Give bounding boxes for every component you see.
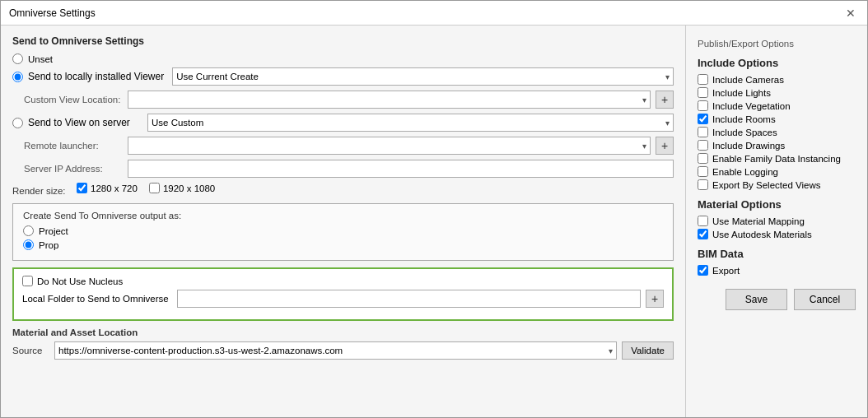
source-select-wrapper: https://omniverse-content-production.s3-… [54, 341, 617, 360]
custom-view-row: Custom View Location: + [12, 91, 674, 109]
render-size-row: Render size: 1280 x 720 1920 x 1080 [12, 183, 674, 198]
use-autodesk-materials-label: Use Autodesk Materials [712, 230, 812, 239]
custom-view-plus-button[interactable]: + [656, 91, 674, 109]
do-not-use-nucleus-row: Do Not Use Nucleus [22, 276, 664, 286]
enable-family-data-row: Enable Family Data Instancing [698, 153, 856, 164]
render-1920-label: 1920 x 1080 [163, 183, 215, 193]
use-material-mapping-checkbox[interactable] [698, 216, 708, 226]
send-local-radio[interactable] [12, 72, 23, 82]
include-lights-label: Include Lights [712, 88, 771, 98]
render-1280-label: 1280 x 720 [91, 183, 138, 193]
output-box: Create Send To Omniverse output as: Proj… [12, 203, 674, 261]
bim-export-row: Export [698, 265, 856, 276]
output-project-radio[interactable] [23, 225, 34, 236]
validate-button[interactable]: Validate [622, 341, 674, 360]
source-label: Source [12, 346, 49, 355]
material-asset-title: Material and Asset Location [12, 327, 674, 337]
server-ip-row: Server IP Address: [12, 160, 674, 178]
enable-logging-row: Enable Logging [698, 166, 856, 177]
right-panel: Publish/Export Options Include Options I… [686, 26, 867, 417]
titlebar: Omniverse Settings ✕ [1, 1, 867, 26]
output-box-title: Create Send To Omniverse output as: [23, 211, 663, 221]
publish-export-title: Publish/Export Options [698, 39, 856, 49]
include-cameras-checkbox[interactable] [698, 74, 708, 85]
left-section-title: Send to Omniverse Settings [12, 35, 674, 47]
remote-launcher-input-wrapper [128, 137, 651, 155]
do-not-use-nucleus-checkbox[interactable] [22, 276, 33, 286]
source-select[interactable]: https://omniverse-content-production.s3-… [54, 341, 617, 360]
export-by-selected-views-checkbox[interactable] [698, 179, 708, 190]
use-autodesk-materials-row: Use Autodesk Materials [698, 229, 856, 239]
enable-family-data-label: Enable Family Data Instancing [712, 154, 841, 164]
local-folder-plus-button[interactable]: + [646, 290, 664, 308]
include-drawings-label: Include Drawings [712, 141, 785, 151]
include-lights-checkbox[interactable] [698, 87, 708, 98]
server-ip-label: Server IP Address: [24, 164, 123, 174]
source-row: Source https://omniverse-content-product… [12, 341, 674, 360]
unset-radio[interactable] [12, 53, 23, 64]
remote-launcher-plus-button[interactable]: + [656, 137, 674, 155]
remote-launcher-input[interactable] [128, 137, 651, 155]
output-project-label: Project [39, 226, 68, 236]
bim-export-checkbox[interactable] [698, 265, 708, 276]
output-prop-radio[interactable] [23, 239, 34, 250]
render-1920-option: 1920 x 1080 [149, 183, 215, 193]
include-vegetation-checkbox[interactable] [698, 100, 708, 111]
send-local-select-wrapper: Use Current Create Use Custom [172, 67, 674, 86]
export-by-selected-views-label: Export By Selected Views [712, 180, 820, 190]
include-vegetation-label: Include Vegetation [712, 101, 791, 111]
send-server-radio-label: Send to View on server [28, 117, 139, 128]
publish-export-section: Publish/Export Options Include Options I… [698, 35, 856, 310]
omniverse-settings-window: Omniverse Settings ✕ Send to Omniverse S… [0, 0, 868, 418]
use-autodesk-materials-checkbox[interactable] [698, 229, 708, 239]
render-size-options: 1280 x 720 1920 x 1080 [77, 183, 215, 193]
include-vegetation-row: Include Vegetation [698, 100, 856, 111]
unset-radio-label: Unset [28, 54, 53, 64]
include-cameras-label: Include Cameras [712, 75, 784, 85]
include-drawings-row: Include Drawings [698, 140, 856, 151]
do-not-use-nucleus-label: Do Not Use Nucleus [37, 276, 123, 286]
material-asset-section: Material and Asset Location Source https… [12, 327, 674, 360]
include-spaces-checkbox[interactable] [698, 127, 708, 137]
output-prop-label: Prop [39, 240, 58, 250]
include-options-title: Include Options [698, 57, 856, 69]
render-1280-checkbox[interactable] [77, 183, 87, 193]
bim-export-label: Export [712, 266, 740, 276]
use-material-mapping-label: Use Material Mapping [712, 216, 805, 226]
content-area: Send to Omniverse Settings Unset Send to… [1, 26, 867, 417]
send-server-radio[interactable] [12, 118, 23, 128]
include-rooms-checkbox[interactable] [698, 114, 708, 124]
include-cameras-row: Include Cameras [698, 74, 856, 85]
enable-family-data-checkbox[interactable] [698, 153, 708, 164]
left-panel: Send to Omniverse Settings Unset Send to… [1, 26, 686, 417]
remote-launcher-row: Remote launcher: + [12, 137, 674, 155]
custom-view-label: Custom View Location: [24, 95, 123, 104]
cancel-button[interactable]: Cancel [794, 289, 856, 310]
local-folder-label: Local Folder to Send to Omniverse [22, 294, 169, 304]
enable-logging-label: Enable Logging [712, 167, 778, 177]
remote-launcher-label: Remote launcher: [24, 141, 123, 151]
include-spaces-row: Include Spaces [698, 127, 856, 137]
material-options-title: Material Options [698, 198, 856, 211]
render-1920-checkbox[interactable] [149, 183, 160, 193]
send-server-select[interactable]: Use Custom [147, 114, 674, 132]
render-size-label: Render size: [12, 186, 72, 196]
close-button[interactable]: ✕ [842, 7, 859, 20]
send-local-radio-label: Send to locally installed Viewer [28, 71, 164, 82]
server-ip-input[interactable] [128, 160, 674, 178]
render-1280-option: 1280 x 720 [77, 183, 138, 193]
local-folder-input[interactable]: C:\Users\vschmitt\Documents\Omniverse [177, 290, 641, 308]
send-local-select[interactable]: Use Current Create Use Custom [172, 67, 674, 86]
include-drawings-checkbox[interactable] [698, 140, 708, 151]
send-local-row: Send to locally installed Viewer Use Cur… [12, 67, 674, 86]
window-title: Omniverse Settings [9, 7, 96, 19]
bottom-buttons: Save Cancel [698, 289, 856, 310]
nucleus-box: Do Not Use Nucleus Local Folder to Send … [12, 267, 674, 321]
enable-logging-checkbox[interactable] [698, 166, 708, 177]
save-button[interactable]: Save [726, 289, 787, 310]
include-rooms-row: Include Rooms [698, 114, 856, 124]
custom-view-input[interactable] [128, 91, 651, 109]
local-folder-row: Local Folder to Send to Omniverse C:\Use… [22, 290, 664, 308]
unset-radio-row: Unset [12, 53, 674, 64]
include-rooms-label: Include Rooms [712, 114, 776, 124]
